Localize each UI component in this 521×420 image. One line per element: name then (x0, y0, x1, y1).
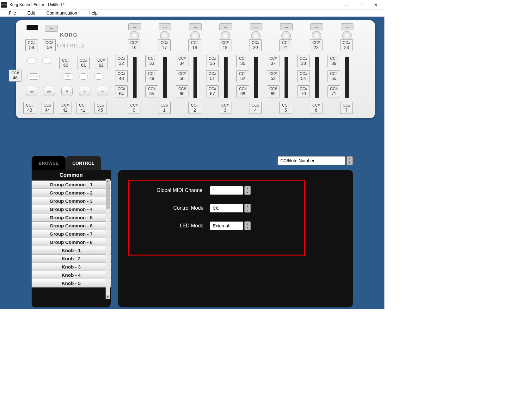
cc-rec-1[interactable]: CC#64 (115, 85, 128, 97)
sidebar-item-10[interactable]: Knob - 3 (32, 263, 111, 271)
sidebar-item-7[interactable]: Group Common - 8 (32, 238, 111, 246)
knob-display-5[interactable]: --- (250, 23, 262, 30)
cc-label-43[interactable]: CC#43 (23, 102, 36, 114)
fader-3[interactable] (193, 57, 197, 98)
cc-rec-4[interactable]: CC#67 (206, 85, 219, 97)
cc-solo-1[interactable]: CC#32 (115, 55, 128, 67)
cc-label-60[interactable]: CC#60 (59, 57, 72, 69)
cycle-button[interactable]: CYCLE (27, 73, 40, 80)
cc-knob-2[interactable]: CC#17 (158, 39, 171, 51)
record-button[interactable]: ● (97, 87, 108, 96)
cc-knob-4[interactable]: CC#19 (219, 39, 231, 51)
cc-mute-8[interactable]: CC#55 (328, 70, 340, 82)
menu-file[interactable]: File (3, 10, 22, 15)
display-mode-combo[interactable]: ▲▼ (278, 156, 353, 165)
cc-solo-6[interactable]: CC#37 (267, 55, 279, 67)
sidebar-item-12[interactable]: Knob - 5 (32, 279, 111, 287)
cc-slider-7[interactable]: CC#6 (310, 102, 322, 114)
scroll-down-icon[interactable]: ▼ (106, 295, 110, 299)
cc-mute-5[interactable]: CC#52 (236, 70, 249, 82)
cc-solo-2[interactable]: CC#33 (145, 55, 158, 67)
cc-slider-1[interactable]: CC#0 (128, 102, 140, 114)
sidebar-item-8[interactable]: Knob - 1 (32, 246, 111, 255)
scroll-thumb[interactable] (106, 183, 110, 209)
cc-slider-6[interactable]: CC#5 (279, 102, 292, 114)
cc-slider-2[interactable]: CC#1 (158, 102, 171, 114)
fader-2[interactable] (163, 57, 167, 98)
maximize-button[interactable]: ☐ (354, 0, 369, 9)
cc-knob-7[interactable]: CC#22 (310, 39, 322, 51)
cc-label-44[interactable]: CC#44 (41, 102, 54, 114)
cc-label-45[interactable]: CC#45 (94, 102, 107, 114)
forward-button[interactable]: ▸▸ (44, 87, 55, 96)
knob-display-7[interactable]: --- (310, 23, 323, 30)
cc-label-61[interactable]: CC#61 (77, 57, 90, 69)
display-mode-stepper[interactable]: ▲▼ (346, 156, 353, 165)
knob-display-8[interactable]: --- (341, 23, 353, 30)
menu-edit[interactable]: Edit (22, 10, 41, 15)
cc-mute-4[interactable]: CC#51 (206, 70, 219, 82)
sidebar-item-5[interactable]: Group Common - 6 (32, 222, 111, 230)
tab-control[interactable]: CONTROL (65, 156, 101, 170)
fader-6[interactable] (285, 57, 288, 98)
cc-knob-1[interactable]: CC#16 (128, 39, 140, 51)
knob-display-3[interactable]: --- (189, 23, 202, 30)
cc-solo-3[interactable]: CC#34 (176, 55, 188, 67)
stop-button[interactable]: ■ (61, 87, 73, 96)
sidebar-item-9[interactable]: Knob - 2 (32, 255, 111, 263)
knob-display-2[interactable]: --- (159, 23, 171, 30)
cc-slider-4[interactable]: CC#3 (219, 102, 231, 114)
cc-rec-8[interactable]: CC#71 (328, 85, 340, 97)
cc-knob-3[interactable]: CC#18 (188, 39, 201, 51)
cc-solo-5[interactable]: CC#36 (236, 55, 249, 67)
cc-rec-2[interactable]: CC#65 (145, 85, 158, 97)
cc-label-58[interactable]: CC#58 (25, 39, 38, 51)
menu-help[interactable]: Help (83, 10, 103, 15)
cc-slider-8[interactable]: CC#7 (340, 102, 353, 114)
minimize-button[interactable]: — (340, 0, 354, 9)
cc-label-42[interactable]: CC#42 (59, 102, 71, 114)
cc-mute-7[interactable]: CC#54 (297, 70, 310, 82)
cc-label-62[interactable]: CC#62 (95, 57, 107, 69)
knob-display-6[interactable]: --- (280, 23, 293, 30)
fader-5[interactable] (254, 57, 258, 98)
cc-rec-6[interactable]: CC#69 (267, 85, 279, 97)
cc-mute-2[interactable]: CC#49 (145, 70, 158, 82)
cc-solo-7[interactable]: CC#38 (297, 55, 310, 67)
display-mode-input[interactable] (278, 156, 345, 165)
cc-mute-3[interactable]: CC#50 (176, 70, 188, 82)
fader-1[interactable] (133, 57, 137, 98)
cc-solo-4[interactable]: CC#35 (206, 55, 219, 67)
play-button[interactable]: ▸ (79, 87, 90, 96)
track-right-button[interactable] (42, 58, 51, 64)
fader-8[interactable] (345, 57, 349, 98)
sidebar-item-3[interactable]: Group Common - 4 (32, 205, 111, 213)
cc-slider-3[interactable]: CC#2 (188, 102, 201, 114)
tab-browse[interactable]: BROWSE (32, 156, 65, 170)
cc-solo-8[interactable]: CC#39 (328, 55, 340, 67)
cc-knob-8[interactable]: CC#23 (340, 39, 353, 51)
knob-display-1[interactable]: --- (128, 23, 141, 30)
cc-slider-5[interactable]: CC#4 (249, 102, 262, 114)
menu-communication[interactable]: Communication (41, 10, 83, 15)
scroll-up-icon[interactable]: ▲ (106, 179, 110, 183)
sidebar-item-4[interactable]: Group Common - 5 (32, 213, 111, 222)
cc-label-59[interactable]: CC#59 (43, 39, 56, 51)
close-button[interactable]: ✕ (369, 0, 383, 9)
cc-knob-6[interactable]: CC#21 (279, 39, 292, 51)
set-button[interactable]: SET (63, 73, 73, 80)
sidebar-item-11[interactable]: Knob - 4 (32, 271, 111, 279)
cc-label-41[interactable]: CC#41 (77, 102, 89, 114)
rewind-button[interactable]: ◂◂ (26, 87, 37, 96)
cc-label-46[interactable]: CC#46 (9, 70, 21, 82)
scrollbar[interactable]: ▲ ▼ (106, 179, 110, 299)
marker-left-button[interactable] (79, 73, 88, 80)
fader-4[interactable] (224, 57, 228, 98)
sidebar-item-6[interactable]: Group Common - 7 (32, 230, 111, 238)
sidebar-item-2[interactable]: Group Common - 3 (32, 197, 111, 205)
sidebar-item-1[interactable]: Group Common - 2 (32, 189, 111, 197)
sidebar-item-0[interactable]: Group Common - 1 (32, 181, 111, 189)
fader-7[interactable] (315, 57, 319, 98)
scene-display[interactable]: --- (26, 24, 39, 31)
cc-mute-1[interactable]: CC#48 (115, 70, 128, 82)
